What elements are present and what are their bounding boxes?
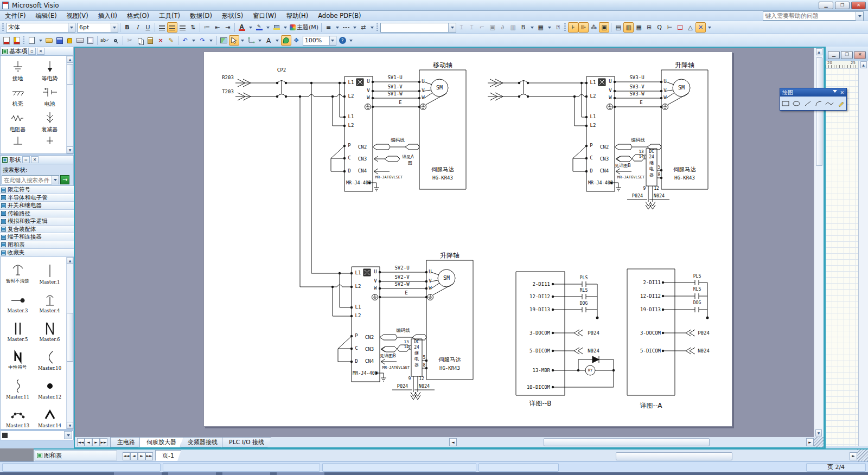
snap-to-guides-button[interactable]: ⊢	[665, 22, 675, 33]
drawing-page[interactable]: 移动轴 R203 T203 CP2 L1 L2 L1 L2 P C D U V …	[203, 52, 732, 427]
help-question-input[interactable]	[765, 12, 856, 20]
connect-shapes-button[interactable]: ⌶	[456, 22, 467, 33]
chevron-down-icon[interactable]	[274, 36, 281, 45]
paste-button[interactable]	[145, 35, 156, 46]
link-data-button[interactable]: ∂	[497, 22, 508, 33]
next-page-icon[interactable]: ►	[92, 438, 100, 446]
shape-search-input[interactable]	[4, 177, 52, 183]
scroll-up-icon[interactable]: ▲	[816, 48, 822, 55]
drawing-toolbar-titlebar[interactable]: 绘图 ✕	[780, 88, 846, 97]
connector-tool-button[interactable]	[246, 35, 257, 46]
scroll-up-icon[interactable]: ▲	[67, 56, 73, 63]
scroll-right-icon[interactable]: ►	[850, 452, 857, 460]
spelling-button[interactable]: ab✓	[99, 35, 111, 46]
last-page-icon[interactable]: ►►	[145, 452, 153, 460]
scroll-up-icon[interactable]: ▲	[860, 61, 867, 68]
menu-window[interactable]: 窗口(W)	[248, 11, 281, 21]
style-combo[interactable]	[380, 23, 456, 33]
scroll-right-icon[interactable]: ►	[806, 438, 814, 446]
line-tool-button[interactable]	[803, 99, 812, 108]
open-button[interactable]	[44, 35, 54, 46]
pointer-tool-button[interactable]	[229, 35, 239, 46]
scroll-down-icon[interactable]: ▼	[815, 429, 822, 437]
chevron-down-icon[interactable]	[334, 23, 341, 32]
font-size-select[interactable]	[77, 23, 118, 33]
smart-tags-button[interactable]: ⁂	[589, 22, 599, 33]
stencil-item-ground[interactable]: 接地	[2, 57, 34, 82]
master-4[interactable]: Master.4	[34, 288, 66, 313]
horizontal-scrollbar-thumb[interactable]	[616, 452, 732, 460]
new-button[interactable]	[27, 35, 37, 46]
menu-shape[interactable]: 形状(S)	[217, 11, 248, 21]
glue-to-geometry-button[interactable]: ▣	[599, 22, 609, 33]
chevron-down-icon[interactable]	[264, 23, 271, 32]
chart-table-window-titlebar[interactable]: ▁ ❐ ✕	[826, 47, 868, 61]
page-indicator[interactable]: 页 2/4	[806, 463, 866, 472]
theme-button[interactable]: 主题(M)	[289, 22, 320, 33]
search-button[interactable]	[111, 35, 121, 46]
master-5[interactable]: Master.5	[2, 317, 34, 342]
master-unclear[interactable]: 暂时不清楚	[2, 259, 34, 285]
pan-zoom-button[interactable]: ✥	[291, 35, 302, 46]
dynamic-grid-button[interactable]: ▤	[613, 22, 623, 33]
chevron-down-icon[interactable]	[448, 23, 456, 32]
category-analog-digital-logic[interactable]: 模拟和数字逻辑	[0, 217, 74, 226]
vertical-scrollbar[interactable]: ▲	[858, 61, 868, 446]
menu-edit[interactable]: 编辑(E)	[31, 11, 62, 21]
align-left-button[interactable]	[157, 22, 167, 33]
chevron-down-icon[interactable]	[329, 36, 336, 45]
panel-close-icon[interactable]: ✕	[31, 156, 39, 163]
category-favorites[interactable]: 收藏夹	[0, 249, 74, 257]
font-name-input[interactable]	[8, 24, 68, 31]
arc-tool-button[interactable]	[814, 99, 824, 108]
next-page-icon[interactable]: ►	[138, 452, 145, 460]
scroll-down-icon[interactable]: ▼	[67, 146, 73, 153]
close-icon[interactable]: ✕	[840, 90, 844, 95]
first-page-icon[interactable]: ◄◄	[77, 438, 85, 446]
chevron-down-icon[interactable]	[528, 23, 535, 32]
insert-picture-button[interactable]	[219, 35, 229, 46]
restore-button[interactable]: ❐	[835, 2, 850, 9]
font-color-button[interactable]: A	[237, 22, 247, 33]
stencil-item-attenuator[interactable]: 衰减器	[34, 108, 66, 133]
taskbar-button[interactable]	[168, 472, 216, 475]
tab-plc-io-wiring[interactable]: PLC I/O 接线	[222, 437, 271, 447]
pasteboard[interactable]: 移动轴 R203 T203 CP2 L1 L2 L1 L2 P C D U V …	[75, 48, 814, 437]
menu-view[interactable]: 视图(V)	[62, 11, 93, 21]
master-14[interactable]: Master.14	[34, 403, 66, 428]
increase-indent-button[interactable]: ⇥	[222, 22, 233, 33]
layout-shapes-button[interactable]: ▣	[487, 22, 497, 33]
shape-screen-tips-button[interactable]: ⍰	[553, 22, 563, 33]
panel-close-icon[interactable]: ✕	[37, 48, 44, 55]
bold-button[interactable]: B	[122, 22, 132, 33]
category-qualifying-symbols[interactable]: 限定符号	[0, 186, 74, 194]
align-right-button[interactable]	[177, 22, 188, 33]
master-3[interactable]: Master.3	[2, 288, 34, 313]
snap-to-alignment-box-button[interactable]: ⊞	[644, 22, 654, 33]
chevron-down-icon[interactable]	[833, 90, 837, 95]
snap-to-grid-button[interactable]: ▦	[634, 22, 644, 33]
panel-shapes-title[interactable]: 形状 ▫✕	[0, 155, 74, 164]
scroll-down-icon[interactable]: ▼	[67, 422, 73, 429]
style-input[interactable]	[382, 24, 448, 31]
snap-to-ruler-button[interactable]: ▥	[623, 22, 634, 33]
chevron-down-icon[interactable]	[111, 23, 118, 32]
ellipse-tool-button[interactable]	[792, 99, 801, 108]
stencil-item-battery[interactable]: 电池	[34, 82, 66, 108]
category-charts-tables[interactable]: 图和表	[0, 241, 74, 249]
taskbar-button[interactable]	[114, 472, 162, 475]
panel-float-icon[interactable]: ▫	[28, 48, 36, 55]
help-button[interactable]: ?	[337, 35, 348, 46]
print-preview-button[interactable]	[85, 35, 95, 46]
chevron-down-icon[interactable]	[368, 23, 375, 32]
resize-grip[interactable]	[814, 437, 824, 447]
scrollbar-thumb[interactable]	[816, 57, 822, 166]
toolbar-grip[interactable]	[2, 23, 4, 32]
panel-basic-scrollbar[interactable]: ▲ ▼	[66, 56, 73, 153]
reports-button[interactable]: ▦	[535, 22, 546, 33]
taskbar-button[interactable]	[277, 472, 324, 475]
tab-servo-amplifier[interactable]: 伺服放大器	[139, 437, 183, 447]
chevron-down-icon[interactable]	[239, 36, 246, 45]
scrollbar-thumb[interactable]	[67, 64, 73, 85]
delete-button[interactable]: ×	[156, 35, 166, 46]
